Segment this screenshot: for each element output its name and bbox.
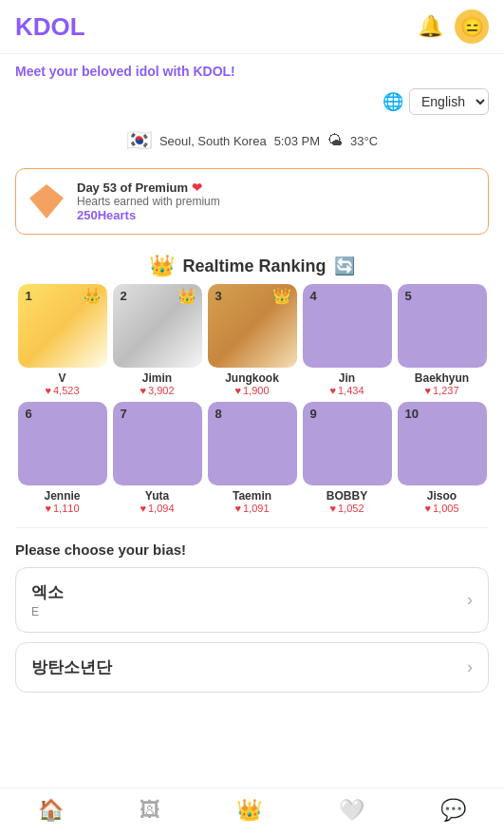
rank-name: Baekhyun bbox=[415, 371, 469, 385]
gallery-nav[interactable]: 🖼 bbox=[140, 798, 160, 823]
rank-number: 3 bbox=[215, 289, 222, 303]
ranking-crown-icon: 👑 bbox=[149, 254, 175, 278]
flag-icon: 🇰🇷 bbox=[126, 128, 152, 153]
rank-hearts: ♥1,237 bbox=[424, 385, 458, 396]
group-left: 방탄소년단 bbox=[31, 656, 112, 678]
time-label: 5:03 PM bbox=[274, 134, 320, 148]
heart-icon: 🤍 bbox=[339, 798, 364, 823]
rank-number: 4 bbox=[310, 289, 317, 303]
rank-name: V bbox=[58, 371, 65, 385]
rank-crown-icon: 👑 bbox=[83, 287, 102, 305]
weather-icon: 🌤 bbox=[327, 132, 343, 149]
bell-icon[interactable]: 🔔 bbox=[418, 14, 443, 39]
rank-hearts: ♥3,902 bbox=[140, 385, 174, 396]
rank-crown-icon: 👑 bbox=[272, 287, 291, 305]
premium-sub: Hearts earned with premium bbox=[77, 195, 220, 208]
group-korean: 엑소 bbox=[31, 581, 64, 603]
rank-name: Jimin bbox=[142, 371, 172, 385]
rank-card: 10 bbox=[398, 402, 487, 485]
rank-item[interactable]: 10Jisoo♥1,005 bbox=[398, 402, 487, 514]
message-nav[interactable]: 💬 bbox=[440, 798, 466, 823]
header: KDOL 🔔 😑 bbox=[0, 0, 504, 54]
language-select[interactable]: English 한국어 bbox=[409, 88, 489, 115]
rank-card: 7 bbox=[113, 402, 202, 485]
rank-hearts: ♥1,094 bbox=[140, 503, 174, 514]
group-korean: 방탄소년단 bbox=[31, 656, 112, 678]
home-nav[interactable]: 🏠 bbox=[38, 798, 64, 823]
ranking-header: 👑 Realtime Ranking 🔄 bbox=[0, 244, 504, 284]
group-item[interactable]: 엑소 E › bbox=[15, 567, 489, 633]
refresh-icon[interactable]: 🔄 bbox=[334, 256, 355, 276]
rank-name: Yuta bbox=[145, 489, 169, 503]
rank-number: 7 bbox=[121, 407, 127, 421]
rank-item[interactable]: 6Jennie♥1,110 bbox=[18, 402, 107, 514]
rank-item[interactable]: 3👑Jungkook♥1,900 bbox=[208, 284, 297, 396]
rank-number: 10 bbox=[405, 407, 419, 421]
header-actions: 🔔 😑 bbox=[418, 10, 489, 44]
group-arrow-icon: › bbox=[467, 657, 473, 677]
rank-card: 2👑 bbox=[113, 284, 202, 368]
ranking-grid: 1👑V♥4,5232👑Jimin♥3,9023👑Jungkook♥1,9004J… bbox=[0, 284, 504, 514]
premium-hearts: 250Hearts bbox=[77, 208, 220, 222]
rank-card: 3👑 bbox=[208, 284, 297, 368]
premium-title: Day 53 of Premium ❤ bbox=[77, 180, 220, 195]
crown-nav[interactable]: 👑 bbox=[236, 798, 262, 823]
globe-icon: 🌐 bbox=[383, 91, 403, 112]
language-row: 🌐 English 한국어 bbox=[0, 85, 504, 123]
group-english: E bbox=[31, 605, 64, 618]
rank-name: Taemin bbox=[233, 489, 271, 503]
city-label: Seoul, South Korea bbox=[159, 134, 267, 148]
rank-number: 8 bbox=[215, 407, 222, 421]
bottom-nav: 🏠🖼👑🤍💬 bbox=[0, 788, 504, 836]
rank-hearts: ♥1,091 bbox=[234, 503, 269, 514]
diamond-icon bbox=[29, 184, 64, 218]
rank-item[interactable]: 2👑Jimin♥3,902 bbox=[113, 284, 202, 396]
rank-hearts: ♥1,052 bbox=[329, 503, 364, 514]
location-bar: 🇰🇷 Seoul, South Korea 5:03 PM 🌤 33°C bbox=[0, 123, 504, 159]
rank-item[interactable]: 4Jin♥1,434 bbox=[303, 284, 392, 396]
group-arrow-icon: › bbox=[467, 590, 473, 610]
rank-hearts: ♥4,523 bbox=[45, 385, 79, 396]
heart-nav[interactable]: 🤍 bbox=[339, 798, 364, 823]
rank-number: 6 bbox=[26, 407, 32, 421]
rank-item[interactable]: 7Yuta♥1,094 bbox=[113, 402, 202, 514]
message-icon: 💬 bbox=[440, 798, 466, 823]
rank-card: 5 bbox=[398, 284, 487, 368]
group-left: 엑소 E bbox=[31, 581, 64, 618]
home-icon: 🏠 bbox=[38, 798, 64, 823]
group-item[interactable]: 방탄소년단 › bbox=[15, 642, 489, 693]
rank-name: Jin bbox=[339, 371, 355, 385]
temp-label: 33°C bbox=[350, 134, 378, 148]
rank-hearts: ♥1,110 bbox=[45, 503, 79, 514]
group-list: 엑소 E › 방탄소년단 › bbox=[0, 567, 504, 693]
rank-card: 9 bbox=[303, 402, 392, 485]
rank-hearts: ♥1,005 bbox=[424, 503, 458, 514]
rank-name: Jungkook bbox=[225, 371, 279, 385]
bias-title: Please choose your bias! bbox=[0, 542, 504, 567]
gallery-icon: 🖼 bbox=[140, 798, 160, 823]
ranking-title: Realtime Ranking bbox=[182, 256, 326, 276]
avatar[interactable]: 😑 bbox=[455, 10, 489, 44]
rank-item[interactable]: 5Baekhyun♥1,237 bbox=[398, 284, 487, 396]
rank-name: Jennie bbox=[44, 489, 80, 503]
rank-name: Jisoo bbox=[427, 489, 457, 503]
rank-card: 8 bbox=[208, 402, 297, 485]
rank-crown-icon: 👑 bbox=[177, 287, 196, 305]
tagline: Meet your beloved idol with KDOL! bbox=[0, 54, 504, 85]
divider bbox=[15, 527, 489, 528]
rank-card: 6 bbox=[18, 402, 107, 485]
rank-number: 2 bbox=[121, 289, 127, 303]
rank-number: 9 bbox=[310, 407, 317, 421]
rank-hearts: ♥1,900 bbox=[234, 385, 269, 396]
rank-card: 1👑 bbox=[18, 284, 107, 368]
app-logo: KDOL bbox=[15, 12, 85, 42]
premium-banner: Day 53 of Premium ❤ Hearts earned with p… bbox=[15, 168, 489, 235]
crown-icon: 👑 bbox=[236, 798, 262, 823]
rank-item[interactable]: 1👑V♥4,523 bbox=[18, 284, 107, 396]
rank-number: 5 bbox=[405, 289, 412, 303]
rank-item[interactable]: 9BOBBY♥1,052 bbox=[303, 402, 392, 514]
rank-item[interactable]: 8Taemin♥1,091 bbox=[208, 402, 297, 514]
premium-text: Day 53 of Premium ❤ Hearts earned with p… bbox=[77, 180, 220, 222]
rank-card: 4 bbox=[303, 284, 392, 368]
rank-hearts: ♥1,434 bbox=[329, 385, 364, 396]
